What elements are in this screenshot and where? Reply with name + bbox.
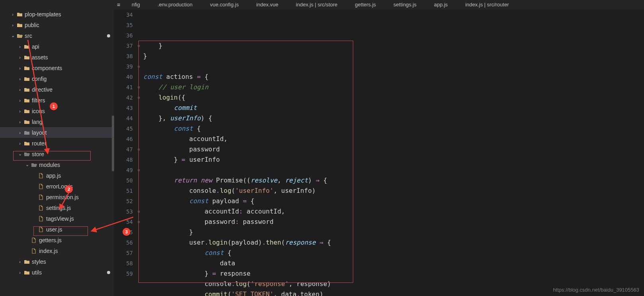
code-line[interactable] [143, 61, 644, 72]
fold-marker[interactable] [137, 30, 141, 41]
code-line[interactable]: const actions = { [143, 72, 644, 82]
code-line[interactable]: } [143, 227, 644, 237]
tree-item-label: assets [32, 54, 48, 61]
code-line[interactable]: login({ [143, 92, 644, 103]
tree-file[interactable]: ·index.js [0, 245, 114, 256]
code-line[interactable]: return new Promise((resolve, reject) ⇒ { [143, 175, 644, 186]
chevron-right-icon: › [10, 12, 16, 17]
fold-marker[interactable] [137, 123, 141, 134]
fold-marker[interactable] [137, 51, 141, 61]
code-line[interactable]: } = response [143, 269, 644, 279]
fold-marker[interactable]: ⊟ [137, 82, 141, 92]
fold-marker[interactable] [137, 72, 141, 82]
tree-file[interactable]: ·app.js [0, 170, 114, 181]
fold-marker[interactable]: ⊟ [137, 41, 141, 51]
tree-folder[interactable]: ›api [0, 41, 114, 52]
tree-file[interactable]: ·errorLog.js [0, 181, 114, 192]
editor-tab[interactable]: vue.config.js [201, 0, 247, 10]
tree-folder[interactable]: ›lang [0, 116, 114, 127]
fold-column[interactable]: ⊟⊟⊟⊟⊟⊟⊟⊟ [137, 10, 141, 296]
code-line[interactable]: password [143, 144, 644, 155]
fold-marker[interactable] [137, 237, 141, 248]
tree-folder[interactable]: ›plop-templates [0, 9, 114, 20]
tree-folder[interactable]: ⌄src [0, 30, 114, 41]
editor-tab[interactable]: .env.production [149, 0, 201, 10]
tree-file[interactable]: ·permission.js [0, 192, 114, 202]
tree-item-label: config [32, 76, 47, 82]
fold-marker[interactable]: ⊟ [137, 165, 141, 175]
code-line[interactable]: } [143, 41, 644, 51]
fold-marker[interactable]: ⊟ [137, 217, 141, 227]
tree-folder[interactable]: ›directive [0, 84, 114, 95]
chevron-right-icon: › [17, 141, 23, 146]
editor-tab[interactable]: app.js [425, 0, 457, 10]
line-number: 44 [114, 113, 133, 123]
code-line[interactable]: const { [143, 123, 644, 134]
tree-item-label: router [32, 140, 47, 147]
file-icon [37, 216, 45, 222]
code-editor[interactable]: 3435363738394041424344454647484950515253… [114, 10, 644, 296]
editor-tab[interactable]: index.js | src/store [287, 0, 346, 10]
fold-marker[interactable] [137, 269, 141, 279]
tree-folder[interactable]: ⌄modules [0, 159, 114, 170]
editor-tab[interactable]: getters.js [346, 0, 385, 10]
line-number: 35 [114, 20, 133, 30]
fold-marker[interactable]: ⊟ [137, 206, 141, 217]
tree-file[interactable]: ·getters.js [0, 235, 114, 245]
tree-folder[interactable]: ›utils [0, 267, 114, 278]
code-line[interactable]: }, userInfo) { [143, 113, 644, 123]
line-number: 49 [114, 165, 133, 175]
tree-folder[interactable]: ›styles [0, 256, 114, 267]
code-line[interactable]: data [143, 258, 644, 269]
fold-marker[interactable] [137, 20, 141, 30]
fold-marker[interactable] [137, 103, 141, 113]
tree-folder[interactable]: ›components [0, 63, 114, 73]
tree-item-label: icons [32, 108, 45, 114]
tree-file[interactable]: ·tagsView.js [0, 213, 114, 224]
code-line[interactable]: console.log('userInfo', userInfo) [143, 186, 644, 196]
code-line[interactable]: accountId: accountId, [143, 206, 644, 217]
annotation-circle-3: 3 [123, 228, 130, 236]
fold-marker[interactable] [137, 175, 141, 186]
fold-marker[interactable] [137, 113, 141, 123]
fold-marker[interactable]: ⊟ [137, 92, 141, 103]
code-line[interactable]: password: password [143, 217, 644, 227]
fold-marker[interactable]: ⊟ [137, 61, 141, 72]
code-line[interactable]: commit [143, 103, 644, 113]
fold-marker[interactable] [137, 248, 141, 258]
file-icon [37, 184, 45, 189]
code-line[interactable]: user.login(payload).then(response ⇒ { [143, 237, 644, 248]
fold-marker[interactable] [137, 134, 141, 144]
code-line[interactable] [143, 165, 644, 175]
code-line[interactable]: const payload = { [143, 196, 644, 206]
fold-marker[interactable] [137, 10, 141, 20]
tree-folder[interactable]: ›assets [0, 52, 114, 63]
tree-item-label: modules [39, 162, 60, 168]
editor-tab[interactable]: nfig [123, 0, 149, 10]
file-icon [30, 248, 37, 254]
tree-folder[interactable]: ›config [0, 73, 114, 84]
code-line[interactable]: accountId, [143, 134, 644, 144]
code-line[interactable]: // user login [143, 82, 644, 92]
file-explorer-sidebar[interactable]: ›plop-templates›public⌄src›api›assets›co… [0, 0, 114, 296]
code-line[interactable]: const { [143, 248, 644, 258]
fold-marker[interactable] [137, 155, 141, 165]
tree-folder[interactable]: ⌄store [0, 149, 114, 159]
tree-file[interactable]: ·user.js [0, 224, 114, 235]
fold-marker[interactable] [137, 196, 141, 206]
tabs-overflow-icon[interactable]: ≡ [114, 2, 123, 8]
code-area[interactable]: }}const actions = { // user login login(… [141, 10, 644, 296]
fold-marker[interactable] [137, 186, 141, 196]
editor-tab[interactable]: index.js | src/router [457, 0, 518, 10]
fold-marker[interactable]: ⊟ [137, 144, 141, 155]
tree-folder[interactable]: ›public [0, 20, 114, 30]
tree-folder[interactable]: ›layout [0, 127, 114, 138]
editor-tab[interactable]: index.vue [247, 0, 287, 10]
tree-file[interactable]: ·settings.js [0, 202, 114, 213]
code-line[interactable]: } = userInfo [143, 155, 644, 165]
fold-marker[interactable] [137, 227, 141, 237]
code-line[interactable]: } [143, 51, 644, 61]
tree-folder[interactable]: ›router [0, 138, 114, 149]
fold-marker[interactable] [137, 258, 141, 269]
editor-tab[interactable]: settings.js [385, 0, 425, 10]
